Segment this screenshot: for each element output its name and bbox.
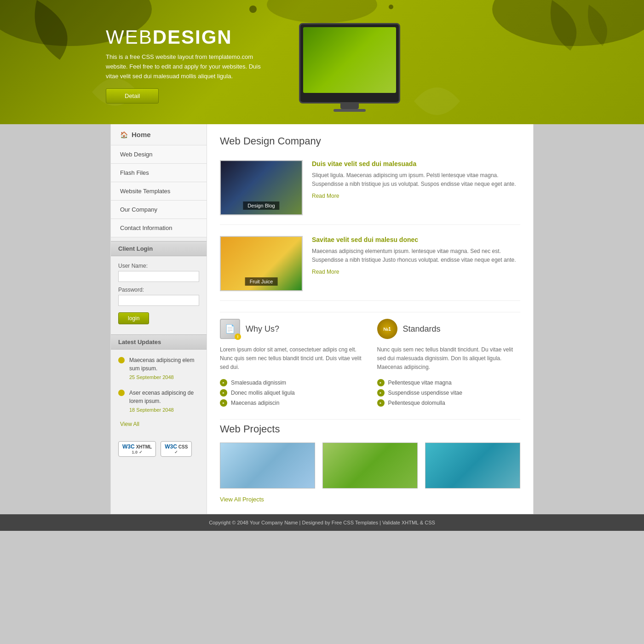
standards-list-item-2: Suspendisse uspendisse vitae xyxy=(377,388,521,398)
std-bullet-icon-2 xyxy=(377,389,385,397)
read-more-1[interactable]: Read More xyxy=(312,193,339,199)
view-all-projects-link[interactable]: View All Projects xyxy=(220,496,264,503)
project-thumb-1 xyxy=(220,443,315,489)
std-bullet-icon-1 xyxy=(377,379,385,386)
header-text-block: WEBDESIGN This is a free CSS website lay… xyxy=(106,28,281,104)
why-us-alert-icon: ! xyxy=(235,334,241,340)
read-more-2[interactable]: Read More xyxy=(312,269,339,275)
blog-body-2: Savitae velit sed dui malesu donec Maece… xyxy=(312,236,520,291)
client-login-title: Client Login xyxy=(111,241,207,256)
list-bullet-icon-1 xyxy=(220,379,227,386)
blog-body-1: Duis vitae velit sed dui malesuada Sliqu… xyxy=(312,160,520,215)
update-item-1: Maecenas adipiscing elem sum ipsum. 25 S… xyxy=(118,356,199,381)
main-wrapper: 🏠 Home Web Design Flash Files Website Te… xyxy=(110,124,534,514)
why-us-standards: 📄 ! Why Us? Lorem ipsum dolor sit amet, … xyxy=(220,312,520,408)
why-us-list: Smalesuada dignissim Donec mollis alique… xyxy=(220,378,363,408)
why-us-list-item-3: Maecenas adipiscin xyxy=(220,398,363,408)
update-text-1: Maecenas adipiscing elem sum ipsum. 25 S… xyxy=(129,356,199,381)
why-us-text: Lorem ipsum dolor sit amet, consectetuer… xyxy=(220,345,363,372)
why-us-header: 📄 ! Why Us? xyxy=(220,319,363,339)
standards-section: №1 Standards Nunc quis sem nec tellus bl… xyxy=(377,319,521,408)
username-label: User Name: xyxy=(118,263,199,269)
standards-list: Pellentesque vitae magna Suspendisse usp… xyxy=(377,378,521,408)
nav-item-contact[interactable]: Contact Information xyxy=(111,219,207,237)
projects-title: Web Projects xyxy=(220,419,520,435)
xhtml-badge: W3C XHTML 1.0 ✓ xyxy=(118,441,156,457)
blog-post-2: Fruit Juice Savitae velit sed dui malesu… xyxy=(220,236,520,301)
client-login-section: Client Login User Name: Password: login xyxy=(111,241,207,331)
password-label: Password: xyxy=(118,287,199,293)
monitor-stand xyxy=(340,104,359,109)
update-bullet-1 xyxy=(118,357,125,363)
blog-thumb-2: Fruit Juice xyxy=(220,236,303,291)
nav-home[interactable]: 🏠 Home xyxy=(111,124,207,145)
why-us-list-item-2: Donec mollis aliquet ligula xyxy=(220,388,363,398)
blog-post-text-1: Sliquet ligula. Maecenas adipiscing um i… xyxy=(312,171,520,189)
login-button[interactable]: login xyxy=(118,312,149,324)
list-bullet-icon-3 xyxy=(220,399,227,407)
footer: Copyright © 2048 Your Company Name | Des… xyxy=(0,514,644,531)
standards-list-item-3: Pellentesque dolomulla xyxy=(377,398,521,408)
header-content: WEBDESIGN This is a free CSS website lay… xyxy=(0,0,644,106)
project-thumb-2 xyxy=(322,443,418,489)
blog-post-title-1[interactable]: Duis vitae velit sed dui malesuada xyxy=(312,160,520,167)
company-title: Web Design Company xyxy=(220,135,520,151)
latest-updates-title: Latest Updates xyxy=(111,334,207,350)
projects-grid xyxy=(220,443,520,489)
password-input[interactable] xyxy=(118,295,199,306)
nav-item-website-templates[interactable]: Website Templates xyxy=(111,182,207,201)
monitor-base xyxy=(334,109,366,112)
username-group: User Name: xyxy=(118,263,199,282)
why-us-icon: 📄 ! xyxy=(220,319,240,339)
nav-home-label: Home xyxy=(132,131,151,138)
standards-header: №1 Standards xyxy=(377,319,521,339)
monitor-screen xyxy=(303,27,396,93)
thumb-label-2: Fruit Juice xyxy=(245,277,278,286)
standards-badge-icon: №1 xyxy=(377,319,397,339)
blog-post-1: Design Blog Duis vitae velit sed dui mal… xyxy=(220,160,520,225)
navigation: 🏠 Home Web Design Flash Files Website Te… xyxy=(111,124,207,237)
why-us-section: 📄 ! Why Us? Lorem ipsum dolor sit amet, … xyxy=(220,319,363,408)
footer-text: Copyright © 2048 Your Company Name | Des… xyxy=(209,520,435,525)
title-design: DESIGN xyxy=(153,26,232,48)
update-bullet-2 xyxy=(118,390,125,396)
monitor-image xyxy=(299,23,400,106)
update-text-2: Aser ecenas adipiscing de lorem ipsum. 1… xyxy=(129,389,199,414)
update-date-1: 25 September 2048 xyxy=(129,374,199,381)
monitor-frame xyxy=(299,23,400,104)
main-content: Web Design Company Design Blog Duis vita… xyxy=(207,124,534,514)
w3c-badges: W3C XHTML 1.0 ✓ W3C CSS ✓ xyxy=(111,434,207,464)
username-input[interactable] xyxy=(118,271,199,282)
update-date-2: 18 September 2048 xyxy=(129,406,199,414)
title-web: WEB xyxy=(106,26,153,48)
detail-button[interactable]: Detail xyxy=(106,88,159,104)
standards-title: Standards xyxy=(403,324,441,334)
why-us-list-item-1: Smalesuada dignissim xyxy=(220,378,363,388)
list-bullet-icon-2 xyxy=(220,389,227,397)
standards-text: Nunc quis sem nec tellus blandit tincidu… xyxy=(377,345,521,372)
nav-item-flash-files[interactable]: Flash Files xyxy=(111,164,207,182)
latest-updates-body: Maecenas adipiscing elem sum ipsum. 25 S… xyxy=(111,350,207,434)
project-thumb-3 xyxy=(425,443,520,489)
nav-item-web-design[interactable]: Web Design xyxy=(111,145,207,164)
site-title: WEBDESIGN xyxy=(106,28,281,47)
header-description: This is a free CSS website layout from t… xyxy=(106,52,262,81)
thumb-label-1: Design Blog xyxy=(243,201,279,210)
why-us-title: Why Us? xyxy=(246,324,279,334)
standards-list-item-1: Pellentesque vitae magna xyxy=(377,378,521,388)
header: WEBDESIGN This is a free CSS website lay… xyxy=(0,0,644,124)
latest-updates-section: Latest Updates Maecenas adipiscing elem … xyxy=(111,334,207,434)
blog-thumb-1: Design Blog xyxy=(220,160,303,215)
css-badge: W3C CSS ✓ xyxy=(161,441,192,457)
password-group: Password: xyxy=(118,287,199,306)
view-all-updates-link[interactable]: View All xyxy=(118,421,199,427)
client-login-body: User Name: Password: login xyxy=(111,256,207,331)
blog-post-title-2[interactable]: Savitae velit sed dui malesu donec xyxy=(312,236,520,243)
update-item-2: Aser ecenas adipiscing de lorem ipsum. 1… xyxy=(118,389,199,414)
sidebar: 🏠 Home Web Design Flash Files Website Te… xyxy=(110,124,207,514)
nav-item-our-company[interactable]: Our Company xyxy=(111,201,207,219)
std-bullet-icon-3 xyxy=(377,399,385,407)
blog-post-text-2: Maecenas adipiscing elementum ipsum. len… xyxy=(312,247,520,264)
home-icon: 🏠 xyxy=(120,131,128,138)
